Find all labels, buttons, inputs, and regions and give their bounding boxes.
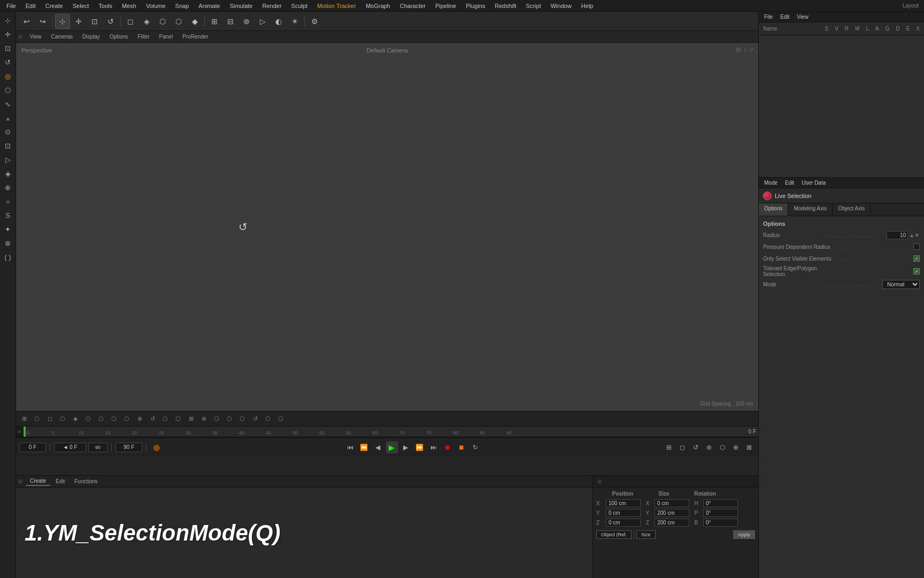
menu-item-help[interactable]: Help — [577, 2, 598, 10]
x-size-input[interactable] — [654, 499, 689, 507]
z-size-input[interactable] — [654, 519, 689, 527]
menu-item-plugins[interactable]: Plugins — [461, 2, 489, 10]
edge-mode-btn[interactable]: ⬡ — [171, 14, 186, 29]
vp-tab-filter[interactable]: Filter — [133, 33, 153, 41]
tl-icon-8[interactable]: ⬡ — [108, 413, 120, 425]
menu-item-mesh[interactable]: Mesh — [118, 2, 141, 10]
tl-icon-15[interactable]: ⊛ — [198, 413, 210, 425]
func-tab-functions[interactable]: Functions — [70, 477, 102, 485]
vp-icon-2[interactable]: ↕ — [743, 46, 746, 54]
tl-icon-1[interactable]: ⊞ — [18, 413, 30, 425]
tl-icon-19[interactable]: ↺ — [249, 413, 261, 425]
menu-item-render[interactable]: Render — [258, 2, 286, 10]
poly-mode-btn[interactable]: ⬡ — [155, 14, 170, 29]
speed-input[interactable] — [88, 443, 107, 452]
visible-checkbox[interactable]: ✓ — [913, 255, 920, 262]
prev-keyframe-btn[interactable]: ⏪ — [358, 442, 370, 453]
config-btn[interactable]: ⚙ — [307, 14, 322, 29]
snap-btn[interactable]: ⊞ — [207, 14, 222, 29]
size-mode-btn[interactable]: Size — [636, 530, 656, 539]
prev-frame-btn[interactable]: ◀ — [372, 442, 384, 453]
b-rotation-input[interactable] — [703, 519, 738, 527]
material-btn[interactable]: ◐ — [271, 14, 286, 29]
redo-btn[interactable]: ↪ — [35, 14, 50, 29]
y-size-input[interactable] — [654, 509, 689, 517]
tl-icon-3[interactable]: ◻ — [44, 413, 56, 425]
sidebar-icon-light[interactable]: ⊙ — [2, 125, 14, 138]
vp-icon-3[interactable]: ⤢ — [749, 46, 754, 54]
scale-tool-btn[interactable]: ⊡ — [87, 14, 102, 29]
sidebar-icon-spline[interactable]: ∿ — [2, 97, 14, 110]
am-tab-modeling-axis[interactable]: Modeling Axis — [788, 203, 833, 216]
menu-item-character[interactable]: Character — [396, 2, 430, 10]
viewport[interactable]: Y X Perspective Default Camera ⊞ ↕ ⤢ ↺ — [16, 43, 758, 411]
tl-icon-9[interactable]: ⬡ — [121, 413, 133, 425]
tolerant-checkbox[interactable]: ✓ — [913, 268, 920, 275]
timeline-ruler[interactable]: ⊞ 0 5 10 15 20 25 30 35 40 45 50 55 — [16, 427, 758, 437]
menu-item-file[interactable]: File — [2, 2, 20, 10]
tl-icon-18[interactable]: ⬡ — [236, 413, 248, 425]
maximize-icon[interactable]: ⊞ — [736, 46, 741, 54]
tl-ctrl-4[interactable]: ⊛ — [703, 442, 715, 453]
am-tab-object-axis[interactable]: Object Axis — [833, 203, 871, 216]
play-btn[interactable]: ▶ — [386, 442, 398, 453]
tl-ctrl-3[interactable]: ↺ — [690, 442, 702, 453]
menu-item-motion-tracker[interactable]: Motion Tracker — [313, 2, 360, 10]
menu-item-volume[interactable]: Volume — [142, 2, 170, 10]
tl-ctrl-7[interactable]: ⊠ — [743, 442, 755, 453]
point-mode-btn[interactable]: ◆ — [187, 14, 202, 29]
menu-item-simulate[interactable]: Simulate — [226, 2, 257, 10]
sidebar-icon-fx[interactable]: ✦ — [2, 223, 14, 235]
tl-icon-17[interactable]: ⬡ — [224, 413, 235, 425]
next-keyframe-btn[interactable]: ⏩ — [414, 442, 426, 453]
menu-item-pipeline[interactable]: Pipeline — [431, 2, 460, 10]
func-tab-edit[interactable]: Edit — [51, 477, 69, 485]
tl-icon-16[interactable]: ⬡ — [211, 413, 222, 425]
object-btn[interactable]: ◻ — [123, 14, 138, 29]
tl-icon-10[interactable]: ⊕ — [134, 413, 145, 425]
next-frame-btn[interactable]: ▶ — [400, 442, 412, 453]
sidebar-icon-live-sel[interactable]: ◎ — [2, 70, 14, 82]
am-menu-edit[interactable]: Edit — [782, 179, 797, 186]
om-content[interactable] — [759, 35, 924, 177]
tl-icon-5[interactable]: ◈ — [70, 413, 81, 425]
vp-tab-cameras[interactable]: Cameras — [47, 33, 78, 41]
tl-ctrl-1[interactable]: ⊞ — [663, 442, 675, 453]
record-btn[interactable]: ⏺ — [442, 442, 453, 453]
move-tool-btn[interactable]: ✛ — [71, 14, 86, 29]
h-rotation-input[interactable] — [703, 499, 738, 507]
grid-btn[interactable]: ⊟ — [223, 14, 238, 29]
record-stop-btn[interactable]: ⏹ — [456, 442, 467, 453]
tl-icon-11[interactable]: ↺ — [147, 413, 158, 425]
vp-tab-panel[interactable]: Panel — [155, 33, 178, 41]
mode-dropdown[interactable]: Normal Select All Deselect All — [882, 280, 920, 289]
sidebar-icon-material[interactable]: ◈ — [2, 167, 14, 180]
light-btn[interactable]: ☀ — [287, 14, 302, 29]
loop-btn[interactable]: ↻ — [469, 442, 481, 453]
jump-start-btn[interactable]: ⏮ — [344, 442, 356, 453]
sidebar-icon-misc[interactable]: ( ) — [2, 250, 14, 263]
x-position-input[interactable] — [606, 499, 641, 507]
menu-item-mograph[interactable]: MoGraph — [361, 2, 395, 10]
sidebar-icon-tag[interactable]: ⟐ — [2, 195, 14, 208]
tl-ctrl-5[interactable]: ⬡ — [717, 442, 728, 453]
menu-item-window[interactable]: Window — [546, 2, 576, 10]
vp-tab-prorender[interactable]: ProRender — [178, 33, 212, 41]
am-tab-options[interactable]: Options — [759, 203, 788, 216]
sidebar-icon-select[interactable]: ⊹ — [2, 14, 14, 27]
menu-item-edit[interactable]: Edit — [21, 2, 40, 10]
sidebar-icon-script[interactable]: S — [2, 209, 14, 222]
tl-icon-14[interactable]: ⊞ — [185, 413, 197, 425]
xray-btn[interactable]: ⊛ — [239, 14, 254, 29]
menu-item-sculpt[interactable]: Sculpt — [287, 2, 312, 10]
jump-end-btn[interactable]: ⏭ — [428, 442, 440, 453]
sidebar-icon-rotate[interactable]: ↺ — [2, 56, 14, 69]
undo-btn[interactable]: ↩ — [19, 14, 34, 29]
z-position-input[interactable] — [606, 519, 641, 527]
sidebar-icon-move[interactable]: ✛ — [2, 28, 14, 41]
vp-tab-view[interactable]: View — [26, 33, 46, 41]
y-position-input[interactable] — [606, 509, 641, 517]
tl-icon-13[interactable]: ⬡ — [172, 413, 184, 425]
menu-item-script[interactable]: Script — [522, 2, 545, 10]
am-menu-userdata[interactable]: User Data — [798, 179, 829, 186]
